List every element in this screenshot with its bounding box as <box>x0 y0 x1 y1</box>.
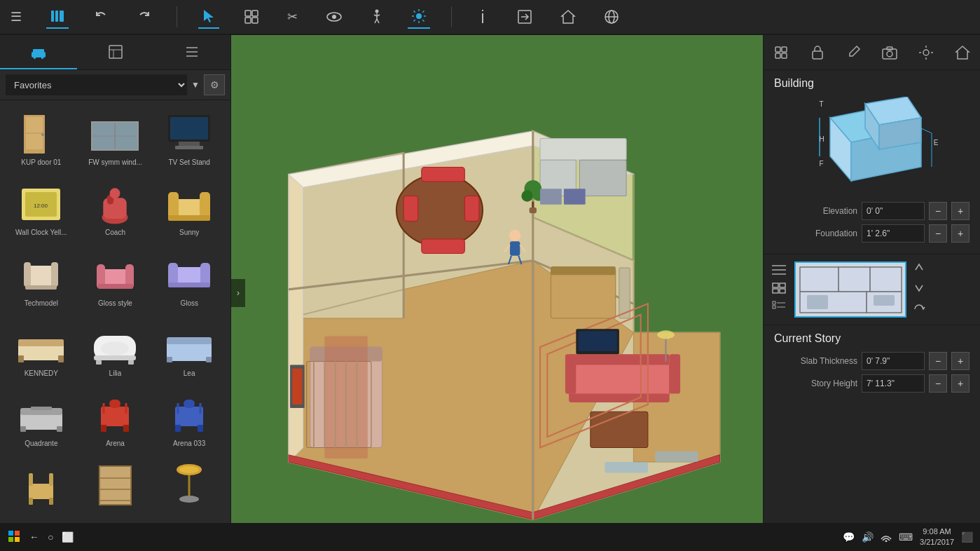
foundation-increase[interactable]: + <box>951 224 969 243</box>
item-quadrante[interactable]: Quadrante <box>6 387 77 454</box>
item-shelf[interactable] <box>80 458 151 517</box>
right-tab-lock[interactable] <box>800 35 835 69</box>
home-button[interactable]: ○ <box>48 531 53 543</box>
eye-icon[interactable] <box>322 8 346 26</box>
undo-icon[interactable] <box>90 6 112 28</box>
expand-left-arrow[interactable]: › <box>231 279 245 307</box>
view-list-icon[interactable] <box>772 264 786 278</box>
svg-rect-146 <box>464 196 479 222</box>
item-techmodel[interactable]: Techmodel <box>6 247 77 314</box>
chat-icon[interactable]: 💬 <box>843 531 855 543</box>
elevation-decrease[interactable]: − <box>929 202 947 220</box>
favorites-dropdown[interactable]: Favorites <box>6 74 187 95</box>
story-height-decrease[interactable]: − <box>929 374 947 393</box>
left-panel: Favorites ▼ ⚙ KUP door 01 <box>0 35 231 551</box>
story-height-increase[interactable]: + <box>951 374 969 393</box>
rotate-icon[interactable] <box>912 302 926 319</box>
svg-rect-103 <box>184 400 195 408</box>
item-lamp-img <box>161 461 217 510</box>
hamburger-menu-icon[interactable]: ☰ <box>7 6 25 28</box>
redo-icon[interactable] <box>133 6 156 28</box>
item-lea[interactable]: Lea <box>153 317 225 384</box>
slab-decrease[interactable]: − <box>929 352 947 370</box>
foundation-input[interactable] <box>862 224 925 243</box>
svg-rect-108 <box>29 484 53 499</box>
item-gloss[interactable]: Gloss <box>153 247 225 314</box>
right-tab-snap[interactable] <box>764 35 799 69</box>
item-coach[interactable]: Coach <box>80 176 151 243</box>
item-arena-label: Arena <box>106 440 125 447</box>
elevation-row: Elevation − + <box>774 202 969 220</box>
item-gloss-img <box>161 250 217 299</box>
item-arena[interactable]: Arena <box>80 387 151 454</box>
tab-design[interactable] <box>77 35 154 69</box>
svg-rect-96 <box>101 407 129 426</box>
angle-down-icon[interactable] <box>912 281 926 298</box>
sun-icon[interactable] <box>408 5 430 29</box>
network2-icon[interactable] <box>881 531 892 544</box>
item-sunny[interactable]: Sunny <box>153 176 225 243</box>
svg-rect-150 <box>551 266 615 275</box>
window-button[interactable]: ⬜ <box>62 531 74 543</box>
clock-time: 9:08 AM <box>920 526 954 537</box>
item-sunny-img <box>161 179 217 229</box>
export-icon[interactable] <box>513 6 536 28</box>
keyboard-icon[interactable]: ⌨ <box>899 531 913 543</box>
select-icon[interactable] <box>198 5 219 29</box>
view-grid-icon[interactable] <box>772 283 786 297</box>
item-gloss-style[interactable]: Gloss style <box>80 247 151 314</box>
start-button[interactable] <box>7 529 21 545</box>
svg-rect-184 <box>564 189 586 205</box>
floor-plan[interactable] <box>231 35 763 551</box>
walk-icon[interactable] <box>367 6 387 28</box>
foundation-decrease[interactable]: − <box>929 224 947 243</box>
right-tab-pen[interactable] <box>836 35 871 69</box>
notifications-icon[interactable]: ⬛ <box>961 531 973 543</box>
svg-line-14 <box>375 19 377 23</box>
scissors-icon[interactable]: ✂ <box>284 6 301 28</box>
volume-icon[interactable]: 🔊 <box>862 531 874 543</box>
item-kup-door-label: KUP door 01 <box>21 158 61 166</box>
svg-rect-148 <box>422 239 465 254</box>
story-height-input[interactable] <box>862 374 925 393</box>
slab-increase[interactable]: + <box>951 352 969 370</box>
mini-floor-plan[interactable] <box>794 261 906 318</box>
item-fw-symm[interactable]: FW symm wind... <box>80 106 151 173</box>
item-chair2[interactable] <box>6 458 77 517</box>
svg-rect-45 <box>26 134 43 149</box>
favorites-gear-button[interactable]: ⚙ <box>204 74 225 95</box>
back-button[interactable]: ← <box>29 531 39 543</box>
item-chair2-img <box>13 461 69 510</box>
item-tv-stand[interactable]: TV Set Stand <box>153 106 225 173</box>
item-wall-clock[interactable]: 12:00 Wall Clock Yell... <box>6 176 77 243</box>
item-lamp[interactable] <box>153 458 225 517</box>
svg-rect-112 <box>49 498 53 505</box>
item-kennedy[interactable]: KENNEDY <box>6 317 77 384</box>
item-arena033-label: Arena 033 <box>173 440 205 447</box>
svg-rect-81 <box>58 355 64 362</box>
elevation-increase[interactable]: + <box>951 202 969 220</box>
network-icon[interactable] <box>600 6 623 28</box>
item-arena033[interactable]: Arena 033 <box>153 387 225 454</box>
group-icon[interactable] <box>240 6 263 28</box>
view-detail-icon[interactable] <box>772 301 786 315</box>
svg-rect-83 <box>94 355 136 360</box>
right-tab-camera[interactable] <box>872 35 907 69</box>
library-icon[interactable] <box>46 5 69 29</box>
home2-icon[interactable] <box>557 6 579 28</box>
info-icon[interactable] <box>473 6 492 28</box>
item-kup-door[interactable]: KUP door 01 <box>6 106 77 173</box>
right-tab-home[interactable] <box>945 35 980 69</box>
angle-up-icon[interactable] <box>912 260 926 277</box>
tab-furniture[interactable] <box>0 35 77 69</box>
slab-thickness-input[interactable] <box>862 352 925 370</box>
elevation-input[interactable] <box>862 202 925 220</box>
floor-plan-background[interactable]: › <box>231 35 763 551</box>
item-kennedy-img <box>13 320 69 369</box>
tab-list[interactable] <box>153 35 230 69</box>
svg-point-159 <box>521 190 532 201</box>
svg-point-121 <box>179 466 199 473</box>
item-lilia[interactable]: Lilia <box>80 317 151 384</box>
right-tab-light[interactable] <box>909 35 944 69</box>
item-wall-clock-label: Wall Clock Yell... <box>15 229 67 236</box>
